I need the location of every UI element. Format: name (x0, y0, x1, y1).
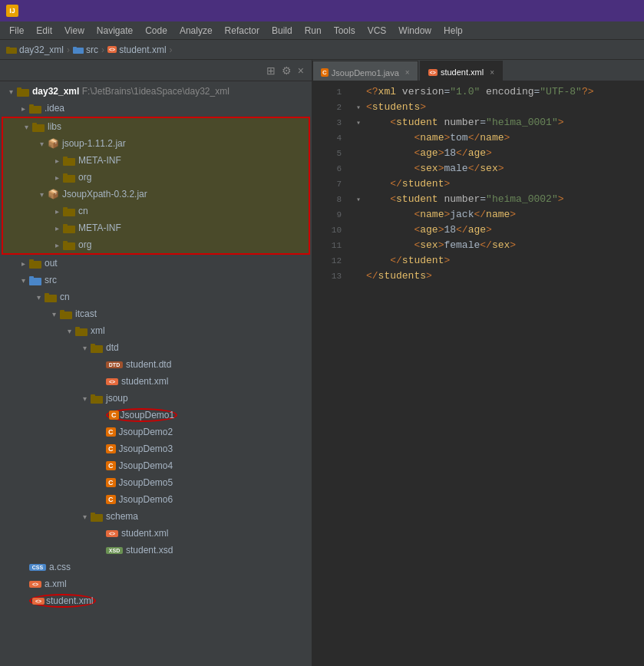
tree-item-itcast[interactable]: itcast (0, 305, 312, 322)
arrow-xml-folder (64, 327, 74, 335)
menu-item-build[interactable]: Build (266, 24, 299, 38)
tree-item-jsoupdemo5[interactable]: C JsoupDemo5 (0, 474, 312, 491)
tree-label-itcast: itcast (75, 308, 97, 319)
menu-bar: FileEditViewNavigateCodeAnalyzeRefactorB… (0, 21, 644, 40)
tree-item-cn-1[interactable]: cn (3, 203, 309, 219)
svg-rect-16 (63, 226, 75, 233)
arrow-cn-src (34, 293, 43, 302)
tree-item-jsoupdemo3[interactable]: C JsoupDemo3 (0, 440, 312, 457)
menu-item-run[interactable]: Run (299, 24, 328, 38)
menu-item-edit[interactable]: Edit (30, 24, 58, 38)
menu-item-refactor[interactable]: Refactor (219, 24, 266, 38)
tree-item-student-dtd[interactable]: DTD student.dtd (0, 356, 312, 373)
tree-item-jsoupdemo1[interactable]: C JsoupDemo1 (0, 407, 312, 424)
svg-rect-14 (63, 209, 75, 216)
svg-rect-28 (75, 328, 88, 336)
code-line-5: 5 <age>18</age> (312, 147, 644, 163)
tab-jsoupdemo1[interactable]: C JsoupDemo1.java × (312, 61, 418, 81)
tree-item-student-xsd[interactable]: XSD student.xsd (0, 542, 312, 559)
tree-item-jsoup-jar[interactable]: 📦 jsoup-1.11.2.jar (3, 135, 309, 152)
menu-item-window[interactable]: Window (392, 24, 438, 38)
menu-item-vcs[interactable]: VCS (362, 24, 393, 38)
arrow-jsoup-folder (80, 394, 89, 403)
svg-rect-19 (63, 241, 68, 243)
close-left-icon[interactable]: × (296, 63, 305, 78)
tree-item-root[interactable]: day32_xml F:\JetBrains\1ideaSpace\day32_… (0, 83, 312, 100)
tree-item-jsoupdemo4[interactable]: C JsoupDemo4 (0, 457, 312, 474)
tree-item-cn-src[interactable]: cn (0, 288, 312, 305)
tree-label-jsoupdemo4: JsoupDemo4 (119, 460, 173, 471)
tree-item-a-xml[interactable]: <> a.xml (0, 575, 312, 592)
tree-label-meta-inf-2: META-INF (78, 223, 121, 233)
menu-item-code[interactable]: Code (139, 24, 173, 38)
svg-rect-12 (63, 175, 75, 183)
arrow-schema (80, 513, 89, 521)
menu-item-view[interactable]: View (58, 24, 91, 38)
tree-label-libs: libs (48, 121, 61, 132)
arrow-org-2 (52, 241, 61, 249)
tree-item-student-xml-2[interactable]: <> student.xml (0, 525, 312, 542)
tab-close-student-xml[interactable]: × (490, 68, 494, 77)
arrow-org-1 (52, 173, 61, 182)
svg-rect-30 (91, 345, 103, 353)
code-line-3: 3 ▾ <student number="heima_0001"> (312, 117, 644, 132)
svg-rect-8 (32, 124, 45, 132)
settings-icon[interactable]: ⚙ (280, 63, 293, 78)
svg-rect-34 (91, 514, 103, 522)
tree-item-org-1[interactable]: org (3, 169, 309, 186)
expand-icon[interactable]: ⊞ (265, 63, 277, 78)
code-editor[interactable]: 1 <?xml version="1.0" encoding="UTF-8"?>… (312, 81, 644, 666)
svg-rect-5 (17, 87, 21, 90)
menu-item-file[interactable]: File (3, 24, 30, 38)
tree-label-org-2: org (78, 239, 91, 250)
tree-item-xml-folder[interactable]: xml (0, 322, 312, 339)
svg-rect-23 (29, 276, 34, 279)
tree-item-out[interactable]: out (0, 255, 312, 272)
tree-item-src[interactable]: src (0, 272, 312, 288)
tree-item-schema[interactable]: schema (0, 508, 312, 525)
svg-rect-15 (63, 207, 68, 209)
tree-item-jsoupdemo6[interactable]: C JsoupDemo6 (0, 491, 312, 508)
tree-path-root: F:\JetBrains\1ideaSpace\day32_xml (79, 86, 229, 97)
tree-item-libs[interactable]: libs (3, 118, 309, 135)
tree-item-student-xml-1[interactable]: <> student.xml (0, 373, 312, 390)
tree-item-org-2[interactable]: org (3, 236, 309, 253)
svg-rect-7 (29, 104, 34, 107)
tree-label-jsoup-folder: jsoup (106, 393, 128, 404)
tree-item-jsoupdemo2[interactable]: C JsoupDemo2 (0, 424, 312, 440)
tree-label-a-xml: a.xml (45, 579, 67, 589)
breadcrumb-file[interactable]: <> student.xml (107, 45, 167, 55)
tab-student-xml[interactable]: <> student.xml × (420, 61, 503, 81)
svg-rect-1 (6, 47, 10, 49)
main-layout: ⊞ ⚙ × day32_xml F:\JetBrains\1ideaSpace\… (0, 60, 644, 666)
tree-item-jsoup-folder[interactable]: jsoup (0, 390, 312, 407)
menu-item-navigate[interactable]: Navigate (91, 24, 139, 38)
tab-label-student-xml: student.xml (441, 68, 484, 77)
tree-item-meta-inf-1[interactable]: META-INF (3, 152, 309, 169)
project-panel: ⊞ ⚙ × day32_xml F:\JetBrains\1ideaSpace\… (0, 60, 312, 666)
svg-rect-27 (60, 310, 64, 312)
arrow-dtd (80, 344, 89, 352)
tree-label-cn-1: cn (78, 206, 88, 216)
tab-close-jsoupdemo1[interactable]: × (405, 68, 410, 77)
tree-label-jsoupdemo1: JsoupDemo1 (121, 410, 175, 420)
tree-label-jsoup-jar: jsoup-1.11.2.jar (62, 138, 126, 149)
tree-item-a-css[interactable]: CSS a.css (0, 559, 312, 575)
code-line-13: 13 </students> (312, 270, 644, 285)
tree-label-schema: schema (106, 511, 138, 522)
menu-item-analyze[interactable]: Analyze (173, 24, 219, 38)
tree-item-student-xml-root[interactable]: <> student.xml (0, 592, 312, 609)
tree-item-jsoupxpath-jar[interactable]: 📦 JsoupXpath-0.3.2.jar (3, 186, 309, 203)
menu-item-help[interactable]: Help (438, 24, 469, 38)
code-line-10: 10 <age>18</age> (312, 224, 644, 239)
arrow-libs (21, 123, 31, 131)
breadcrumb-src[interactable]: src (73, 45, 98, 55)
svg-rect-22 (29, 278, 41, 285)
menu-item-tools[interactable]: Tools (328, 24, 362, 38)
breadcrumb-project[interactable]: day32_xml (6, 45, 64, 55)
svg-rect-35 (91, 513, 95, 515)
tree-item-idea[interactable]: .idea (0, 100, 312, 117)
tree-item-meta-inf-2[interactable]: META-INF (3, 219, 309, 236)
tree-item-dtd[interactable]: dtd (0, 339, 312, 356)
arrow-src (18, 276, 28, 285)
